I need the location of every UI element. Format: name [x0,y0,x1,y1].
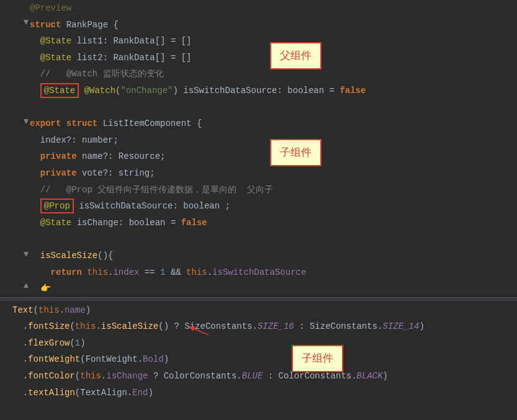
code-line: // @Watch 监听状态的变化 [0,66,517,83]
code-line: .flexGrow(1) [0,335,517,352]
code-line: .textAlign(TextAlign.End) [0,385,517,401]
code-editor[interactable]: @Preview struct RankPage { @State list1:… [0,0,517,401]
code-line: Text(this.name) [0,302,517,319]
code-line [0,99,517,116]
code-line: @State list2: RankData[] = [] [0,50,517,66]
code-line: .fontWeight(FontWeight.Bold) [0,351,517,368]
code-line: return this.index == 1 && this.isSwitchD… [0,264,517,281]
annotation-child-component-1: 子组件 [270,139,321,166]
annotation-child-component-2: 子组件 [292,345,343,372]
code-line: export struct ListItemComponent { [0,115,517,132]
code-line: @Prop isSwitchDataSource: boolean ; [0,198,517,215]
code-line [0,231,517,248]
code-line: index?: number; [0,132,517,149]
code-line: @State isChange: boolean = false [0,215,517,231]
fold-gutter[interactable] [24,4,30,295]
svg-marker-2 [24,119,29,124]
code-line: .fontSize(this.isScaleSize() ? SizeConst… [0,318,517,335]
annotation-parent-component: 父组件 [270,42,321,69]
code-line: private name?: Resource; [0,148,517,165]
highlight-prop-decorator: @Prop [40,199,74,213]
svg-marker-1 [24,20,29,25]
code-line: // @Prop 父组件向子组件传递数据，是單向的 父向子 [0,182,517,199]
code-line: .fontColor(this.isChange ? ColorConstant… [0,368,517,385]
code-line: isScaleSize(){ [0,248,517,264]
svg-marker-4 [24,283,29,288]
code-line: @Preview [0,0,517,17]
decorator: @Preview [30,3,71,13]
code-block-2: Text(this.name) .fontSize(this.isScaleSi… [0,302,517,401]
panel-divider [0,297,517,302]
code-line: 👉 [0,280,517,297]
highlight-state-decorator: @State [40,83,79,98]
code-line: @State list1: RankData[] = [] [0,33,517,50]
code-line: struct RankPage { [0,17,517,34]
code-line: private vote?: string; [0,165,517,182]
svg-marker-3 [24,252,29,257]
code-line: @State @Watch("onChange") isSwitchDataSo… [0,83,517,99]
